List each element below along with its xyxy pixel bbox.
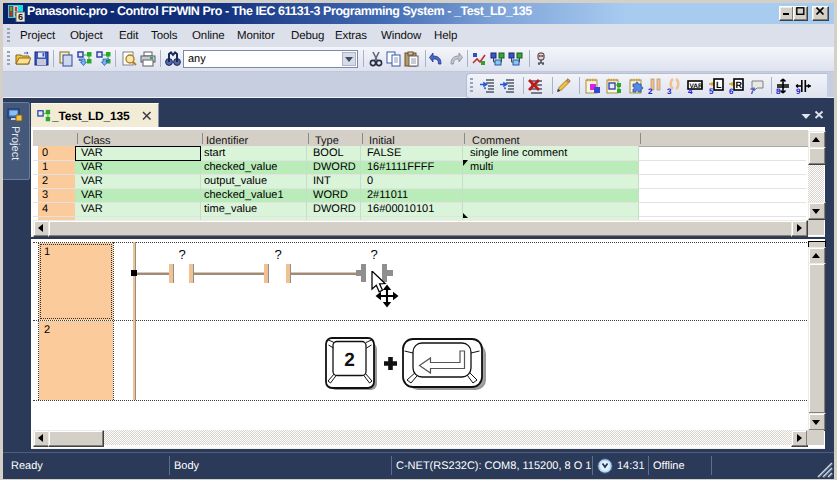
svg-text:6: 6	[18, 12, 23, 22]
svg-text:3: 3	[667, 87, 672, 94]
svg-text:R: R	[736, 80, 743, 90]
svg-text:4: 4	[688, 87, 693, 94]
svg-text:9: 9	[796, 87, 801, 94]
svg-text:7: 7	[750, 87, 755, 94]
svg-text:L: L	[716, 80, 722, 90]
svg-text:2: 2	[344, 350, 355, 371]
svg-text:6: 6	[729, 87, 734, 94]
svg-text:8: 8	[776, 87, 781, 94]
svg-text:2: 2	[648, 87, 653, 94]
svg-text:5: 5	[709, 87, 714, 94]
